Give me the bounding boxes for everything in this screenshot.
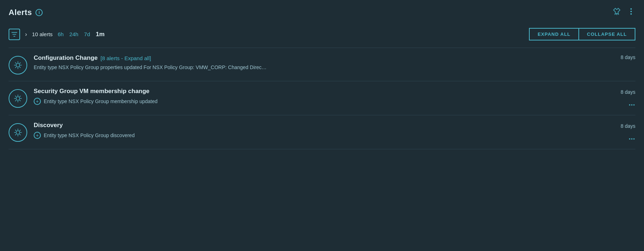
time-filter-1m[interactable]: 1m bbox=[96, 31, 105, 38]
alert-title-config-change: Configuration Change bbox=[34, 54, 97, 62]
alert-title-row-config-change: Configuration Change [8 alerts - Expand … bbox=[34, 54, 593, 62]
panel-title: Alerts bbox=[9, 8, 32, 17]
panel-header: Alerts i bbox=[9, 7, 635, 18]
svg-point-4 bbox=[16, 63, 20, 67]
alert-content-discovery: Discovery + Entity type NSX Policy Group… bbox=[34, 122, 593, 139]
alert-description-discovery: + Entity type NSX Policy Group discovere… bbox=[34, 132, 593, 139]
expand-icon-security-group[interactable]: + bbox=[34, 98, 41, 105]
alert-right-discovery: 8 days bbox=[600, 122, 635, 143]
svg-point-6 bbox=[633, 104, 635, 106]
alert-title-security-group: Security Group VM membership change bbox=[34, 88, 149, 95]
svg-point-3 bbox=[630, 13, 632, 15]
expand-arrow[interactable]: › bbox=[25, 31, 27, 38]
alerts-panel: Alerts i bbox=[0, 0, 644, 251]
alert-description-security-group: + Entity type NSX Policy Group membershi… bbox=[34, 98, 593, 105]
expand-all-button[interactable]: EXPAND ALL bbox=[529, 28, 579, 40]
header-left: Alerts i bbox=[9, 8, 43, 17]
toolbar-left: › 10 alerts 6h 24h 7d 1m bbox=[9, 29, 105, 40]
alert-icon-security-group bbox=[9, 89, 27, 108]
alert-content-config-change: Configuration Change [8 alerts - Expand … bbox=[34, 54, 593, 70]
alert-sub-config-change[interactable]: [8 alerts - Expand all] bbox=[100, 55, 151, 61]
info-icon[interactable]: i bbox=[35, 9, 43, 16]
alert-item-security-group: Security Group VM membership change + En… bbox=[9, 81, 635, 115]
svg-point-9 bbox=[16, 131, 20, 134]
time-filter-7d[interactable]: 7d bbox=[84, 31, 90, 37]
alert-count: 10 alerts bbox=[32, 31, 53, 37]
svg-point-1 bbox=[630, 8, 632, 10]
svg-point-8 bbox=[629, 104, 630, 106]
pin-icon[interactable] bbox=[612, 7, 621, 18]
collapse-all-button[interactable]: COLLAPSE ALL bbox=[579, 28, 635, 40]
alert-item-config-change: Configuration Change [8 alerts - Expand … bbox=[9, 48, 635, 81]
expand-icon-discovery[interactable]: + bbox=[34, 132, 41, 139]
svg-point-11 bbox=[631, 138, 633, 140]
svg-point-7 bbox=[631, 104, 633, 106]
alert-icon-discovery bbox=[9, 123, 27, 142]
time-filter-24h[interactable]: 24h bbox=[70, 31, 78, 37]
alert-right-config-change: 8 days bbox=[600, 54, 635, 60]
alert-time-security-group: 8 days bbox=[621, 89, 635, 95]
alert-title-discovery: Discovery bbox=[34, 122, 63, 129]
svg-point-12 bbox=[629, 138, 630, 140]
alert-time-config-change: 8 days bbox=[621, 54, 635, 60]
header-more-icon[interactable] bbox=[627, 7, 635, 18]
filter-button[interactable] bbox=[9, 29, 20, 40]
alert-right-security-group: 8 days bbox=[600, 88, 635, 108]
toolbar: › 10 alerts 6h 24h 7d 1m EXPAND ALL COLL… bbox=[9, 28, 635, 40]
time-filters: 6h 24h 7d 1m bbox=[58, 31, 105, 38]
alert-more-security-group[interactable] bbox=[628, 101, 635, 108]
alert-description-config-change: Entity type NSX Policy Group properties … bbox=[34, 64, 593, 70]
svg-point-10 bbox=[633, 138, 635, 140]
alert-content-security-group: Security Group VM membership change + En… bbox=[34, 88, 593, 105]
alert-icon-config-change bbox=[9, 56, 27, 74]
alert-item-discovery: Discovery + Entity type NSX Policy Group… bbox=[9, 115, 635, 149]
alert-title-row-security-group: Security Group VM membership change bbox=[34, 88, 593, 95]
svg-point-2 bbox=[630, 11, 632, 12]
toolbar-right: EXPAND ALL COLLAPSE ALL bbox=[529, 28, 635, 40]
time-filter-6h[interactable]: 6h bbox=[58, 31, 64, 37]
svg-point-5 bbox=[16, 97, 20, 100]
alert-title-row-discovery: Discovery bbox=[34, 122, 593, 129]
header-right bbox=[612, 7, 635, 18]
alert-time-discovery: 8 days bbox=[621, 123, 635, 129]
alert-more-discovery[interactable] bbox=[628, 135, 635, 143]
alert-list: Configuration Change [8 alerts - Expand … bbox=[9, 48, 635, 149]
